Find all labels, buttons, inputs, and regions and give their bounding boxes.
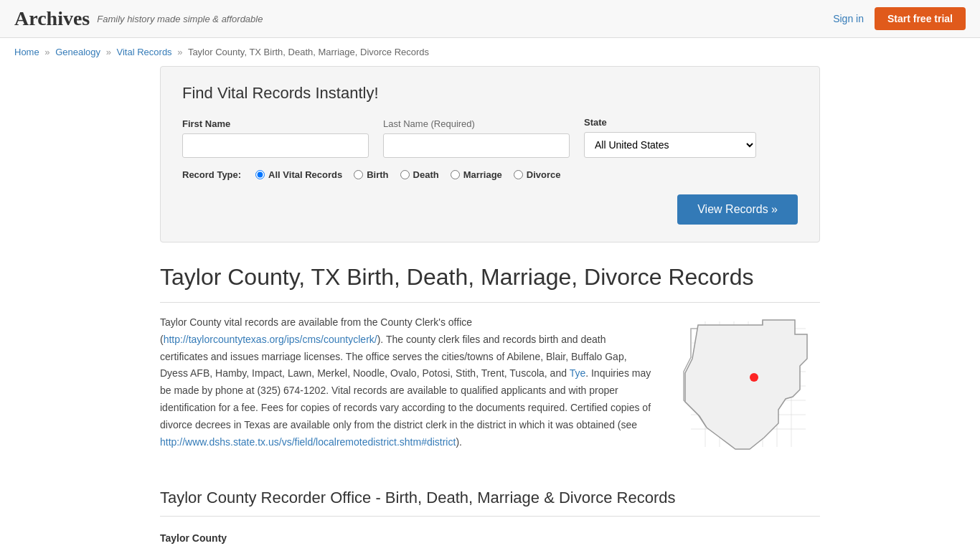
- texas-map: [677, 314, 820, 460]
- state-select[interactable]: All United StatesAlabamaAlaskaArizonaArk…: [584, 132, 756, 158]
- search-fields: First Name Last Name (Required) State Al…: [182, 117, 798, 158]
- state-label: State: [584, 117, 756, 128]
- last-name-label: Last Name (Required): [383, 118, 570, 129]
- first-name-group: First Name: [182, 118, 369, 158]
- radio-birth[interactable]: [354, 170, 363, 179]
- breadcrumb-current: Taylor County, TX Birth, Death, Marriage…: [188, 47, 429, 57]
- last-name-input[interactable]: [383, 133, 570, 158]
- radio-marriage[interactable]: [451, 170, 460, 179]
- tye-link[interactable]: Tye: [570, 367, 586, 379]
- last-name-group: Last Name (Required): [383, 118, 570, 158]
- breadcrumb-vital-records[interactable]: Vital Records: [117, 47, 172, 57]
- breadcrumb-home[interactable]: Home: [14, 47, 39, 57]
- radio-label-marriage: Marriage: [463, 169, 502, 180]
- breadcrumb-genealogy[interactable]: Genealogy: [55, 47, 100, 57]
- state-group: State All United StatesAlabamaAlaskaAriz…: [584, 117, 756, 158]
- breadcrumb-sep-2: »: [106, 47, 111, 57]
- radio-option-marriage[interactable]: Marriage: [451, 169, 502, 180]
- recorder-info: Taylor County 300 Oak St Abilene, TX 796…: [160, 528, 820, 551]
- radio-option-divorce[interactable]: Divorce: [514, 169, 561, 180]
- description-paragraph: Taylor County vital records are availabl…: [160, 314, 655, 451]
- radio-option-all[interactable]: All Vital Records: [255, 169, 342, 180]
- site-header: Archives Family history made simple & af…: [0, 0, 980, 38]
- radio-divorce[interactable]: [514, 170, 523, 179]
- record-type-row: Record Type: All Vital RecordsBirthDeath…: [182, 169, 798, 180]
- radio-label-birth: Birth: [367, 169, 388, 180]
- radio-option-death[interactable]: Death: [400, 169, 439, 180]
- svg-point-16: [750, 373, 758, 382]
- record-type-label: Record Type:: [182, 169, 241, 180]
- radio-label-divorce: Divorce: [527, 169, 561, 180]
- breadcrumb-sep-3: »: [177, 47, 182, 57]
- search-box: Find Vital Records Instantly! First Name…: [160, 66, 820, 242]
- first-name-input[interactable]: [182, 133, 369, 158]
- sign-in-link[interactable]: Sign in: [833, 13, 864, 24]
- site-logo: Archives: [14, 7, 90, 30]
- recorder-section-title: Taylor County Recorder Office - Birth, D…: [160, 489, 820, 517]
- search-title: Find Vital Records Instantly!: [182, 84, 798, 103]
- page-title: Taylor County, TX Birth, Death, Marriage…: [160, 264, 820, 303]
- radio-all[interactable]: [255, 170, 265, 179]
- recorder-section: Taylor County Recorder Office - Birth, D…: [160, 489, 820, 551]
- main-content: Find Vital Records Instantly! First Name…: [146, 66, 834, 551]
- radio-death[interactable]: [400, 170, 410, 179]
- header-left: Archives Family history made simple & af…: [14, 7, 263, 30]
- description-text: Taylor County vital records are availabl…: [160, 314, 655, 460]
- breadcrumb-sep-1: »: [44, 47, 50, 57]
- recorder-name: Taylor County: [160, 532, 227, 544]
- first-name-label: First Name: [182, 118, 369, 129]
- radio-label-all: All Vital Records: [268, 169, 342, 180]
- radio-option-birth[interactable]: Birth: [354, 169, 388, 180]
- view-records-button[interactable]: View Records »: [677, 194, 798, 225]
- description-section: Taylor County vital records are availabl…: [160, 314, 820, 460]
- breadcrumb: Home » Genealogy » Vital Records » Taylo…: [0, 38, 980, 66]
- start-trial-button[interactable]: Start free trial: [875, 7, 966, 30]
- search-btn-row: View Records »: [182, 194, 798, 225]
- radio-label-death: Death: [413, 169, 439, 180]
- header-right: Sign in Start free trial: [833, 7, 966, 30]
- site-tagline: Family history made simple & affordable: [97, 14, 263, 24]
- radio-options: All Vital RecordsBirthDeathMarriageDivor…: [255, 169, 560, 180]
- county-clerk-link[interactable]: http://taylorcountytexas.org/ips/cms/cou…: [164, 334, 377, 345]
- dshs-link[interactable]: http://www.dshs.state.tx.us/vs/field/loc…: [160, 436, 456, 448]
